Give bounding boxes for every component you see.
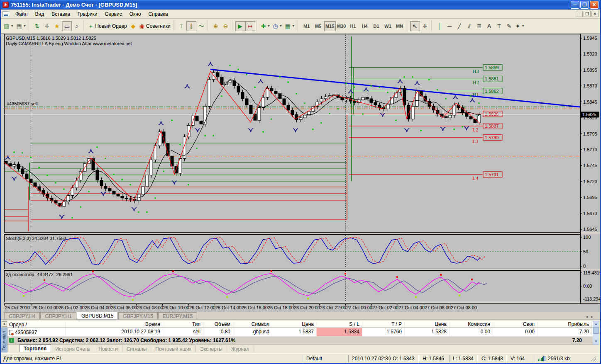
terminal-tab-эксперты[interactable]: Эксперты (196, 345, 227, 352)
menu-item-4[interactable]: Графики (74, 10, 101, 18)
dropdown-arrow-icon[interactable]: ▼ (23, 24, 26, 28)
terminal-scrollbar[interactable]: ▲ ▼ (593, 321, 599, 345)
order-row[interactable]: 435059372010.10.27 08:19sell0.80gbpusd1.… (7, 328, 594, 337)
dropdown-arrow-icon[interactable]: ▼ (521, 24, 525, 28)
timeframe-m5-button[interactable]: M5 (313, 21, 324, 31)
column-header-5[interactable]: Символ (233, 321, 272, 328)
zoom-in-button[interactable]: ⊕ (211, 21, 221, 31)
crosshair-button[interactable]: ✛ (420, 21, 430, 31)
dropdown-arrow-icon[interactable]: ▼ (10, 24, 14, 28)
terminal-tab-история-счета[interactable]: История Счета (51, 345, 94, 352)
terminal-tab-торговля[interactable]: Торговля (19, 345, 51, 352)
terminal-button[interactable]: ▭ (62, 21, 72, 31)
resize-grip[interactable] (590, 356, 596, 362)
menu-item-3[interactable]: Вставка (48, 10, 74, 18)
timeframe-m1-button[interactable]: M1 (301, 21, 313, 31)
text-button[interactable]: A (484, 21, 494, 31)
chart-tab-gbpjpy-h1[interactable]: GBPJPY,H1 (40, 312, 76, 319)
chart-tab-eurjpy-m15[interactable]: EURJPY,M15 (158, 312, 197, 319)
column-header-9[interactable]: Цена (405, 321, 450, 328)
menu-item-7[interactable]: Справка (145, 10, 172, 18)
arrows-button[interactable]: ✎ (504, 21, 514, 31)
data-window-button[interactable]: ✛ (42, 21, 52, 31)
equidistant-channel-icon: ⫽ (468, 23, 470, 29)
market-watch-button[interactable]: ⇅ (32, 21, 42, 31)
close-button[interactable]: ✕ (590, 1, 599, 9)
column-header-12[interactable]: Прибыль (537, 321, 592, 328)
child-restore-button[interactable]: ❐ (584, 11, 591, 17)
minimize-button[interactable]: ─ (571, 1, 579, 9)
auto-scroll-button[interactable]: ▶ (235, 21, 245, 31)
chart-tab-gbpjpy-h4[interactable]: GBPJPY,H4 (4, 312, 40, 319)
menu-item-2[interactable]: Вид (32, 10, 48, 18)
chart-shift-button[interactable]: ↦ (245, 21, 255, 31)
scroll-thumb[interactable] (593, 327, 599, 334)
maximize-button[interactable]: ❐ (580, 1, 589, 9)
timeframe-m30-button[interactable]: M30 (336, 21, 347, 31)
dropdown-arrow-icon[interactable]: ▼ (267, 24, 270, 28)
terminal-tab-новости[interactable]: Новости (94, 345, 122, 352)
menu-item-5[interactable]: Сервис (101, 10, 126, 18)
strategy-tester-button[interactable]: ⌕ (72, 21, 82, 31)
column-header-2[interactable]: Время (66, 321, 163, 328)
zoom-out-button[interactable]: ⊖ (221, 21, 231, 31)
column-header-10[interactable]: Комиссия (450, 321, 493, 328)
fibonacci-button[interactable]: ≣ (474, 21, 484, 31)
navigator-button[interactable]: ★ (52, 21, 62, 31)
title-bar[interactable]: ✶ 751155: InstaTrader - Демо Счет - [GBP… (1, 0, 600, 10)
column-header-4[interactable]: Объём (203, 321, 233, 328)
candlestick-mode-button[interactable]: ⫿ (186, 21, 196, 31)
terminal-tab-сигналы[interactable]: Сигналы (122, 345, 151, 352)
shapes-button[interactable]: ✦▼ (514, 21, 526, 31)
profiles-button[interactable]: ▤▼ (15, 21, 27, 31)
text-label-button[interactable]: T (494, 21, 504, 31)
order-cell-6: 1.5837 (272, 328, 317, 336)
timeframe-m15-button[interactable]: M15 (324, 21, 336, 31)
dropdown-arrow-icon[interactable]: ▼ (279, 24, 283, 28)
timeframe-w1-button[interactable]: W1 (382, 21, 394, 31)
menu-item-6[interactable]: Окно (126, 10, 145, 18)
chart-tab-gbpjpy-m15[interactable]: GBPJPY,M15 (118, 312, 157, 319)
equidistant-channel-button[interactable]: ⫽ (464, 21, 474, 31)
svg-text:1.5770: 1.5770 (583, 147, 597, 152)
terminal-tab-журнал[interactable]: Журнал (227, 345, 254, 352)
dropdown-arrow-icon[interactable]: ▼ (292, 24, 295, 28)
expert-advisors-button[interactable]: ◉Советники (138, 21, 172, 31)
column-header-8[interactable]: T / P (362, 321, 405, 328)
scroll-up-icon[interactable]: ▲ (593, 321, 599, 327)
timeframe-h1-button[interactable]: H1 (347, 21, 359, 31)
timeframe-d1-button[interactable]: D1 (371, 21, 382, 31)
indicators-button[interactable]: ✚▼ (260, 21, 272, 31)
templates-button[interactable]: ▦▼ (283, 21, 296, 31)
scroll-down-icon[interactable]: ▼ (593, 339, 599, 345)
child-close-button[interactable]: ✕ (591, 11, 599, 17)
timeframe-h4-button[interactable]: H4 (359, 21, 371, 31)
tab-scroll-right-icon[interactable]: ▸ (590, 314, 594, 319)
line-chart-mode-button[interactable]: 〜 (196, 21, 206, 31)
periods-button[interactable]: ◷▼ (271, 21, 283, 31)
vertical-line-button[interactable]: │ (435, 21, 445, 31)
price-chart[interactable]: 1.5899H31.5881H21.5862H11.58261.5807L21.… (4, 34, 600, 312)
timeframe-mn-button[interactable]: MN (394, 21, 406, 31)
column-header-3[interactable]: Тип (163, 321, 203, 328)
column-header-11[interactable]: Своп (493, 321, 537, 328)
new-chart-button[interactable]: ▥▼ (2, 21, 15, 31)
status-template[interactable]: Default (303, 355, 348, 362)
column-header-1[interactable]: Ордер / (7, 321, 66, 328)
column-header-7[interactable]: S / L (317, 321, 362, 328)
terminal-tab-почтовый-ящик[interactable]: Почтовый ящик (151, 345, 196, 352)
horizontal-line-button[interactable]: ─ (445, 21, 454, 31)
trendline-button[interactable]: ╱ (454, 21, 464, 31)
bar-chart-mode-button[interactable]: ⌶ (176, 21, 186, 31)
cursor-button[interactable]: ↖ (410, 21, 420, 31)
chart-tab-gbpusd-m15[interactable]: GBPUSD,M15 (77, 312, 118, 319)
new-order-button[interactable]: ＋Новый Ордер (86, 21, 128, 31)
tab-scroll-left-icon[interactable]: ◂ (584, 314, 589, 319)
terminal-close-icon[interactable]: x (2, 321, 7, 327)
child-minimize-button[interactable]: ─ (576, 11, 583, 17)
menu-item-1[interactable]: Файл (12, 10, 32, 18)
column-header-6[interactable]: Цена (272, 321, 317, 328)
svg-text:26 Oct 22:00: 26 Oct 22:00 (320, 305, 346, 310)
terminal-strip[interactable]: Терминал (1, 328, 7, 352)
metaeditor-button[interactable]: ◆ (128, 21, 138, 31)
